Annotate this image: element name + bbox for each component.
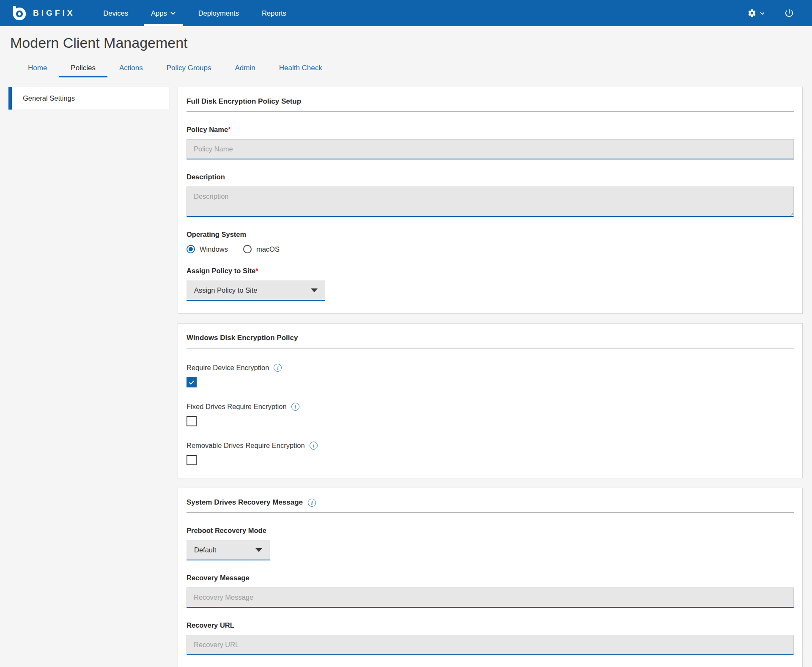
settings-menu-button[interactable] — [747, 8, 765, 18]
removable-drives-encryption-label: Removable Drives Require Encryption — [187, 442, 794, 450]
preboot-mode-label: Preboot Recovery Mode — [187, 527, 794, 535]
tab-actions[interactable]: Actions — [107, 64, 155, 77]
content-area: General Settings Full Disk Encryption Po… — [0, 77, 812, 667]
policy-name-label: Policy Name* — [187, 126, 794, 134]
tab-home[interactable]: Home — [16, 64, 59, 77]
description-textarea[interactable] — [187, 187, 794, 217]
recovery-message-input[interactable] — [187, 587, 794, 608]
require-device-encryption-label: Require Device Encryption — [187, 364, 794, 372]
radio-selected-icon — [187, 245, 195, 253]
tab-health-check[interactable]: Health Check — [267, 64, 334, 77]
fixed-drives-encryption-checkbox[interactable] — [187, 416, 197, 426]
radio-macos[interactable]: macOS — [243, 245, 280, 253]
chevron-down-icon — [170, 11, 176, 15]
radio-unselected-icon — [243, 245, 252, 253]
settings-sidebar: General Settings — [8, 87, 169, 110]
form-column: Full Disk Encryption Policy Setup Policy… — [178, 87, 803, 667]
require-device-encryption-checkbox[interactable] — [187, 377, 197, 387]
check-icon — [188, 379, 195, 386]
brand-name: BIGFIX — [33, 8, 75, 18]
operating-system-label: Operating System — [187, 231, 794, 239]
top-nav-bar: BIGFIX Devices Apps Deployments Reports — [0, 0, 812, 26]
windows-policy-card: Windows Disk Encryption Policy Require D… — [178, 323, 803, 478]
fixed-drives-encryption-label: Fixed Drives Require Encryption — [187, 403, 794, 411]
divider — [187, 512, 794, 513]
removable-drives-encryption-checkbox[interactable] — [187, 455, 197, 465]
preboot-mode-select[interactable]: Default — [187, 540, 270, 560]
chevron-down-icon — [255, 548, 262, 552]
info-icon[interactable] — [274, 364, 282, 372]
chevron-down-icon — [760, 12, 765, 15]
policy-setup-title: Full Disk Encryption Policy Setup — [187, 97, 794, 106]
sidebar-item-general-settings[interactable]: General Settings — [8, 87, 169, 110]
nav-item-devices[interactable]: Devices — [92, 0, 140, 26]
policy-setup-card: Full Disk Encryption Policy Setup Policy… — [178, 87, 803, 314]
tab-policy-groups[interactable]: Policy Groups — [155, 64, 223, 77]
info-icon[interactable] — [291, 403, 299, 411]
divider — [187, 111, 794, 112]
nav-item-apps[interactable]: Apps — [140, 0, 187, 26]
assign-site-select[interactable]: Assign Policy to Site — [187, 280, 325, 301]
gear-icon — [747, 8, 757, 18]
recovery-message-card: System Drives Recovery Message Preboot R… — [178, 488, 803, 667]
tab-admin[interactable]: Admin — [223, 64, 267, 77]
operating-system-radio-group: Windows macOS — [187, 245, 794, 253]
description-label: Description — [187, 173, 794, 181]
nav-item-deployments[interactable]: Deployments — [187, 0, 250, 26]
tab-policies[interactable]: Policies — [59, 64, 107, 77]
page-title: Modern Client Management — [10, 35, 812, 51]
policy-name-input[interactable] — [187, 139, 794, 159]
radio-windows[interactable]: Windows — [187, 245, 228, 253]
info-icon[interactable] — [308, 499, 316, 507]
logout-button[interactable] — [784, 8, 794, 18]
assign-site-label: Assign Policy to Site* — [187, 267, 794, 275]
windows-policy-title: Windows Disk Encryption Policy — [187, 334, 794, 342]
primary-nav: Devices Apps Deployments Reports — [92, 0, 297, 26]
chevron-down-icon — [311, 288, 318, 292]
recovery-title: System Drives Recovery Message — [187, 498, 794, 507]
bigfix-logo-icon — [11, 5, 27, 21]
tab-bar: Home Policies Actions Policy Groups Admi… — [16, 64, 812, 77]
brand-logo[interactable]: BIGFIX — [11, 5, 75, 21]
nav-utilities — [747, 8, 794, 18]
divider — [187, 348, 794, 349]
info-icon[interactable] — [310, 442, 318, 450]
power-icon — [784, 8, 794, 18]
nav-item-reports[interactable]: Reports — [250, 0, 298, 26]
recovery-url-label: Recovery URL — [187, 621, 794, 629]
recovery-message-label: Recovery Message — [187, 574, 794, 582]
recovery-url-input[interactable] — [187, 635, 794, 655]
